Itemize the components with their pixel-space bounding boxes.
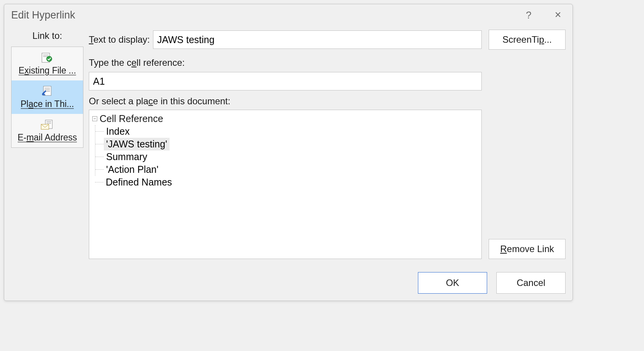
tree-children: Index 'JAWS testing' Summary 'Action Pla… xyxy=(95,125,479,176)
link-to-existing-file-label: Existing File ... xyxy=(18,65,76,76)
email-address-icon xyxy=(41,119,54,130)
dialog-body: Link to: Existing File ... xyxy=(4,27,572,266)
collapse-icon[interactable]: − xyxy=(92,116,97,121)
link-to-buttons: Existing File ... Place in Thi... xyxy=(11,47,83,148)
svg-rect-5 xyxy=(45,88,50,89)
existing-file-icon xyxy=(41,52,54,63)
help-icon[interactable]: ? xyxy=(522,8,536,22)
link-to-place-in-document-label: Place in Thi... xyxy=(21,99,74,109)
text-to-display-row: Text to display: xyxy=(89,27,482,49)
remove-link-button[interactable]: Remove Link xyxy=(489,239,566,259)
dialog-footer: OK Cancel xyxy=(4,266,572,301)
tree-item-index-label: Index xyxy=(104,125,132,138)
tree-item-action-plan-label: 'Action Plan' xyxy=(104,163,161,176)
link-to-email-address-label: E-mail Address xyxy=(18,132,77,143)
right-panel: ScreenTip... Remove Link xyxy=(489,27,566,259)
titlebar-controls: ? ✕ xyxy=(522,8,565,22)
svg-rect-1 xyxy=(43,55,48,55)
tree-item-jaws-testing-label: 'JAWS testing' xyxy=(104,138,170,150)
select-place-label: Or select a place in this document: xyxy=(89,96,482,107)
dialog-title: Edit Hyperlink xyxy=(11,9,75,21)
text-to-display-label: Text to display: xyxy=(89,34,150,45)
tree-item-defined-names[interactable]: Defined Names xyxy=(95,176,479,189)
tree-item-summary[interactable]: Summary xyxy=(95,150,479,163)
tree-root-label: Cell Reference xyxy=(98,112,165,125)
link-to-email-address[interactable]: E-mail Address xyxy=(12,114,83,147)
tree-item-action-plan[interactable]: 'Action Plan' xyxy=(95,163,479,176)
cancel-button[interactable]: Cancel xyxy=(496,272,566,294)
link-to-heading: Link to: xyxy=(11,27,83,47)
svg-rect-10 xyxy=(47,123,51,124)
tree-root-cell-reference[interactable]: − Cell Reference xyxy=(92,112,479,125)
svg-point-3 xyxy=(47,56,52,62)
link-to-place-in-document[interactable]: Place in Thi... xyxy=(12,80,83,114)
tree-item-defined-names-label: Defined Names xyxy=(103,176,174,189)
tree-item-summary-label: Summary xyxy=(104,150,150,163)
center-panel: Text to display: Type the cell reference… xyxy=(89,27,482,259)
close-icon[interactable]: ✕ xyxy=(551,8,565,22)
svg-rect-6 xyxy=(45,89,50,90)
svg-rect-9 xyxy=(47,121,51,122)
link-to-existing-file[interactable]: Existing File ... xyxy=(12,47,83,80)
text-to-display-input[interactable] xyxy=(153,30,482,49)
ok-button[interactable]: OK xyxy=(418,272,487,294)
place-in-document-icon xyxy=(41,86,54,97)
cell-reference-label: Type the cell reference: xyxy=(89,57,482,68)
document-places-tree[interactable]: − Cell Reference Index 'JAWS testing' Su… xyxy=(89,110,482,259)
tree-item-jaws-testing[interactable]: 'JAWS testing' xyxy=(95,138,479,150)
link-to-panel: Link to: Existing File ... xyxy=(11,27,83,259)
cell-reference-input[interactable] xyxy=(89,72,482,90)
screentip-button[interactable]: ScreenTip... xyxy=(489,30,566,50)
tree-item-index[interactable]: Index xyxy=(95,125,479,138)
titlebar: Edit Hyperlink ? ✕ xyxy=(4,4,572,27)
edit-hyperlink-dialog: Edit Hyperlink ? ✕ Link to: xyxy=(4,4,573,301)
